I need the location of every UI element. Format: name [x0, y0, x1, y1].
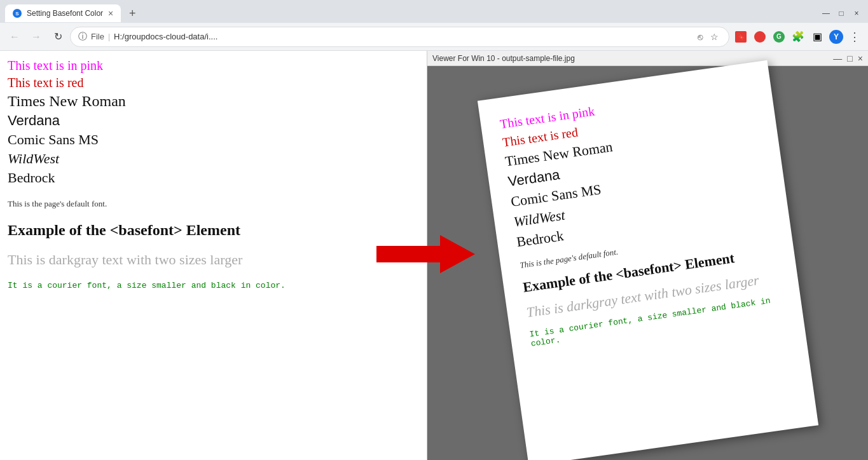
- minimize-button[interactable]: —: [820, 7, 832, 20]
- text-darkgray: This is darkgray text with two sizes lar…: [8, 252, 419, 268]
- info-icon: ⓘ: [78, 31, 87, 43]
- toolbar-icons: 🔖 G 🧩 ▣ Y: [732, 28, 863, 46]
- toolbar-icon-red[interactable]: [751, 28, 769, 46]
- viewer-win-controls: — □ ×: [833, 53, 863, 64]
- back-button[interactable]: ←: [5, 27, 24, 46]
- document-page: This text is in pink This text is red Ti…: [477, 60, 818, 460]
- nav-bar: ← → ↻ ⓘ File | H:/groupdocs-cloud-data/i…: [0, 23, 868, 51]
- viewer-titlebar: Viewer For Win 10 - output-sample-file.j…: [427, 51, 868, 66]
- browser-content: This text is in pink This text is red Ti…: [0, 51, 427, 460]
- tab-title: Setting Basefont Color: [27, 9, 103, 18]
- tab-close-button[interactable]: ×: [108, 9, 113, 18]
- menu-button[interactable]: ⋮: [846, 30, 863, 44]
- toolbar-icon-bookmark[interactable]: 🔖: [732, 28, 750, 46]
- avatar: Y: [829, 30, 843, 44]
- close-button[interactable]: ×: [850, 7, 863, 20]
- viewer-close[interactable]: ×: [858, 53, 863, 64]
- viewer-title: Viewer For Win 10 - output-sample-file.j…: [432, 54, 575, 63]
- bookmark-icon[interactable]: ☆: [708, 30, 721, 43]
- heading: Example of the <basefont> Element: [8, 222, 419, 239]
- text-pink: This text is in pink: [8, 58, 419, 73]
- address-bar[interactable]: ⓘ File | H:/groupdocs-cloud-data/i.... ⎋…: [70, 27, 729, 47]
- browser-tab-active[interactable]: S Setting Basefont Color ×: [5, 4, 121, 22]
- svg-marker-0: [376, 235, 475, 273]
- toolbar-icon-green[interactable]: G: [770, 28, 788, 46]
- maximize-button[interactable]: □: [835, 7, 848, 20]
- new-tab-button[interactable]: +: [123, 4, 141, 22]
- text-verdana: Verdana: [8, 112, 419, 129]
- viewer-panel: Viewer For Win 10 - output-sample-file.j…: [427, 51, 868, 460]
- forward-button[interactable]: →: [27, 27, 46, 46]
- file-label: File: [91, 32, 104, 41]
- text-courier: It is a courier font, a size smaller and…: [8, 281, 419, 290]
- main-area: This text is in pink This text is red Ti…: [0, 51, 868, 460]
- viewer-minimize[interactable]: —: [833, 53, 842, 64]
- toolbar-icon-puzzle[interactable]: 🧩: [789, 28, 807, 46]
- toolbar-icon-avatar[interactable]: Y: [827, 28, 845, 46]
- red-arrow: [376, 232, 478, 279]
- text-wildwest: WildWest: [8, 151, 419, 167]
- viewer-maximize[interactable]: □: [847, 53, 852, 64]
- reload-button[interactable]: ↻: [48, 27, 67, 46]
- tab-bar: S Setting Basefont Color × + — □ ×: [0, 0, 868, 23]
- text-default: This is the page's default font.: [8, 199, 419, 209]
- arrow-svg: [376, 232, 478, 276]
- tab-favicon: S: [13, 9, 22, 18]
- toolbar-icon-layout[interactable]: ▣: [808, 28, 826, 46]
- url-display: H:/groupdocs-cloud-data/i....: [114, 32, 691, 41]
- browser-chrome: S Setting Basefont Color × + — □ × ← → ↻…: [0, 0, 868, 51]
- separator: |: [108, 32, 110, 41]
- window-controls: — □ ×: [820, 7, 863, 20]
- text-red: This text is red: [8, 76, 419, 90]
- address-bar-icons: ⎋ ☆: [695, 30, 721, 43]
- viewer-content: This text is in pink This text is red Ti…: [427, 66, 868, 460]
- text-times: Times New Roman: [8, 93, 419, 110]
- text-bedrock: Bedrock: [8, 170, 419, 186]
- text-comic: Comic Sans MS: [8, 132, 419, 148]
- share-icon[interactable]: ⎋: [695, 30, 705, 43]
